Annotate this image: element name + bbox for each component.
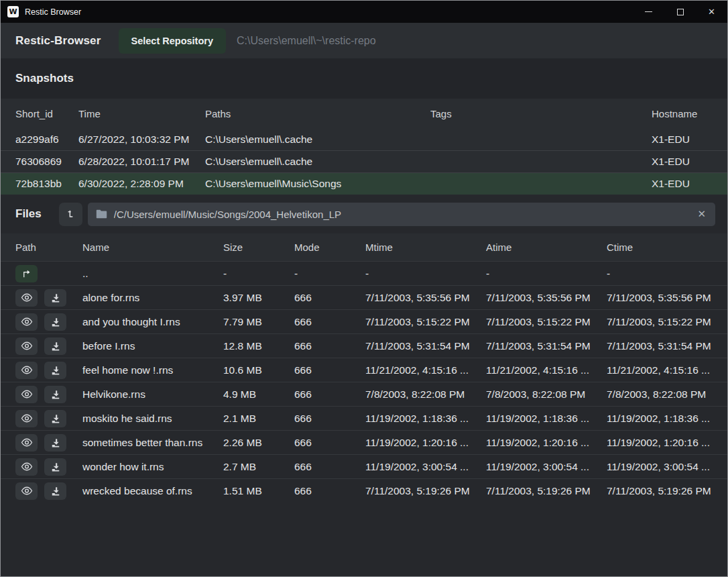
- select-repository-button[interactable]: Select Repository: [119, 28, 227, 54]
- file-name: Helvikone.rns: [82, 388, 223, 401]
- preview-button[interactable]: [15, 289, 38, 307]
- file-size: 2.7 MB: [223, 461, 294, 473]
- eye-icon: [21, 366, 33, 374]
- file-row: feel home now !.rns 10.6 MB 666 11/21/20…: [1, 358, 727, 382]
- col-paths: Paths: [205, 108, 430, 119]
- minimize-icon: [645, 11, 652, 12]
- file-mtime: 11/19/2002, 1:20:16 ...: [365, 437, 486, 449]
- titlebar: W Restic Browser ✕: [1, 1, 727, 23]
- files-title: Files: [15, 207, 42, 221]
- file-name: wonder how it.rns: [82, 461, 223, 473]
- app-title: Restic-Browser: [15, 34, 101, 48]
- root-nav-button[interactable]: [59, 203, 82, 226]
- eye-icon: [21, 462, 33, 471]
- snapshot-hostname: X1-EDU: [652, 156, 721, 168]
- snapshot-time: 6/28/2022, 10:01:17 PM: [78, 156, 205, 168]
- snapshot-row-selected[interactable]: 72b813bb 6/30/2022, 2:28:09 PM C:\Users\…: [1, 172, 727, 195]
- repository-toolbar: Restic-Browser Select Repository C:\User…: [1, 23, 727, 58]
- clear-path-button[interactable]: ✕: [696, 208, 707, 220]
- download-icon: [51, 366, 60, 375]
- close-icon: ✕: [708, 7, 715, 17]
- preview-button[interactable]: [15, 362, 38, 379]
- file-ctime: 7/11/2003, 5:35:56 PM: [607, 292, 721, 304]
- file-mtime: -: [365, 268, 486, 280]
- preview-button[interactable]: [15, 434, 38, 452]
- download-button[interactable]: [44, 289, 66, 307]
- download-button[interactable]: [44, 482, 66, 500]
- file-mode: 666: [294, 364, 365, 376]
- minimize-button[interactable]: [633, 1, 664, 23]
- preview-button[interactable]: [15, 482, 38, 500]
- file-mtime: 11/19/2002, 1:18:36 ...: [365, 413, 486, 425]
- preview-button[interactable]: [15, 313, 38, 331]
- file-name: wrecked because of.rns: [82, 485, 223, 497]
- files-path-field[interactable]: /C/Users/emuell/Music/Songs/2004_Helveti…: [88, 203, 715, 226]
- col-time: Time: [78, 108, 205, 119]
- download-icon: [51, 486, 60, 496]
- file-row: wrecked because of.rns 1.51 MB 666 7/11/…: [1, 478, 727, 503]
- download-button[interactable]: [44, 362, 66, 379]
- col-path: Path: [15, 242, 82, 253]
- file-ctime: 7/11/2003, 5:31:54 PM: [607, 340, 721, 352]
- download-button[interactable]: [44, 458, 66, 476]
- snapshots-table-header: Short_id Time Paths Tags Hostname: [1, 99, 727, 128]
- file-name: sometimes better than.rns: [82, 437, 223, 449]
- file-mtime: 7/11/2003, 5:19:26 PM: [365, 485, 486, 497]
- file-mtime: 7/11/2003, 5:31:54 PM: [365, 340, 486, 352]
- file-mode: 666: [294, 292, 365, 304]
- snapshot-row[interactable]: 76306869 6/28/2022, 10:01:17 PM C:\Users…: [1, 150, 727, 172]
- preview-button[interactable]: [15, 386, 38, 403]
- files-path-text: /C/Users/emuell/Music/Songs/2004_Helveti…: [114, 209, 696, 220]
- col-size: Size: [223, 242, 294, 253]
- file-ctime: -: [607, 268, 721, 280]
- file-mode: 666: [294, 388, 365, 401]
- preview-button[interactable]: [15, 410, 38, 427]
- maximize-button[interactable]: [664, 1, 696, 23]
- file-name: alone for.rns: [82, 292, 223, 304]
- app-icon: W: [7, 6, 19, 17]
- repository-path-input[interactable]: C:\Users\emuell\~\restic-repo: [237, 35, 713, 47]
- file-name: ..: [82, 268, 223, 280]
- level-up-button[interactable]: [15, 265, 38, 282]
- eye-icon: [21, 486, 33, 495]
- download-button[interactable]: [44, 337, 66, 355]
- preview-button[interactable]: [15, 458, 38, 476]
- snapshot-paths: C:\Users\emuell\.cache: [205, 134, 430, 146]
- file-name: and you thought I.rns: [82, 316, 223, 328]
- file-mode: -: [294, 268, 365, 280]
- download-button[interactable]: [44, 313, 66, 331]
- file-row: moskito he said.rns 2.1 MB 666 11/19/200…: [1, 406, 727, 430]
- snapshot-short-id: a2299af6: [15, 134, 78, 146]
- file-mtime: 11/21/2002, 4:15:16 ...: [365, 364, 486, 376]
- eye-icon: [21, 293, 33, 302]
- download-icon: [51, 293, 60, 303]
- parent-dir-row: .. - - - - -: [1, 261, 727, 285]
- file-size: 12.8 MB: [223, 340, 294, 352]
- snapshot-row[interactable]: a2299af6 6/27/2022, 10:03:32 PM C:\Users…: [1, 128, 727, 150]
- col-tags: Tags: [430, 108, 652, 119]
- file-ctime: 7/8/2003, 8:22:08 PM: [607, 388, 721, 401]
- folder-icon: [96, 209, 107, 219]
- file-atime: 11/19/2002, 1:18:36 ...: [486, 413, 607, 425]
- file-name: before I.rns: [82, 340, 223, 352]
- file-size: 1.51 MB: [223, 485, 294, 497]
- file-atime: 11/19/2002, 3:00:54 ...: [486, 461, 607, 473]
- download-button[interactable]: [44, 434, 66, 452]
- close-button[interactable]: ✕: [696, 1, 727, 23]
- eye-icon: [21, 390, 33, 399]
- download-button[interactable]: [44, 410, 66, 427]
- download-button[interactable]: [44, 386, 66, 403]
- file-ctime: 7/11/2003, 5:19:26 PM: [607, 485, 721, 497]
- col-mode: Mode: [294, 242, 365, 253]
- file-size: -: [223, 268, 294, 280]
- snapshot-hostname: X1-EDU: [652, 178, 721, 190]
- root-nav-icon: [65, 209, 76, 219]
- file-size: 10.6 MB: [223, 364, 294, 376]
- preview-button[interactable]: [15, 337, 38, 355]
- download-icon: [51, 342, 60, 351]
- file-size: 3.97 MB: [223, 292, 294, 304]
- col-name: Name: [82, 242, 223, 253]
- snapshot-paths: C:\Users\emuell\Music\Songs: [205, 178, 430, 190]
- download-icon: [51, 462, 60, 472]
- close-icon: ✕: [697, 208, 706, 219]
